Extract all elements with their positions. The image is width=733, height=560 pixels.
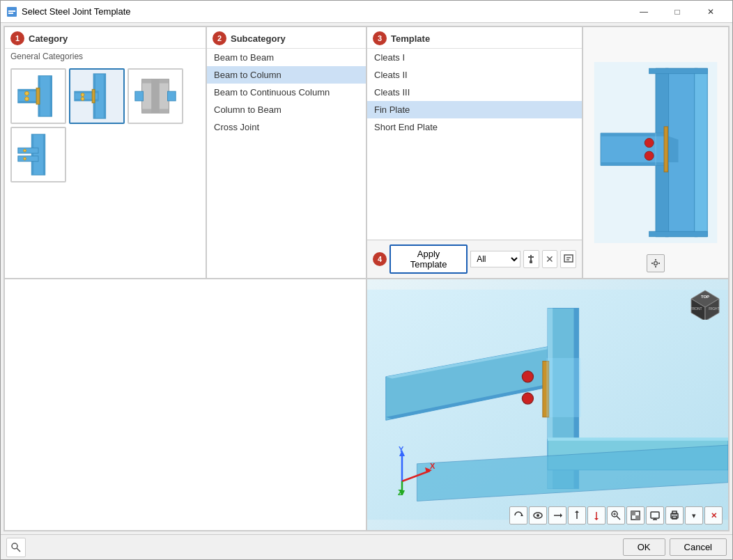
filter-select[interactable]: All Used Unused <box>470 251 520 267</box>
vp-btn-walk-y[interactable] <box>568 506 586 524</box>
svg-rect-14 <box>104 74 106 118</box>
walk-x-icon <box>553 511 562 520</box>
svg-text:TOP: TOP <box>701 295 709 299</box>
step-3-badge: 3 <box>373 31 387 45</box>
svg-rect-36 <box>530 260 532 263</box>
svg-line-82 <box>402 471 430 481</box>
preview-settings-button[interactable] <box>647 254 665 272</box>
axis-svg: Y X Z <box>388 446 437 495</box>
svg-rect-37 <box>564 255 573 262</box>
svg-rect-55 <box>655 259 656 260</box>
export-icon <box>564 254 573 264</box>
svg-rect-11 <box>36 88 40 104</box>
subcategory-panel: 2 Subcategory Beam to Beam Beam to Colum… <box>206 26 366 279</box>
preview-panel <box>582 26 729 279</box>
window-controls: — □ ✕ <box>628 1 727 23</box>
svg-point-32 <box>24 149 26 152</box>
svg-text:FRONT: FRONT <box>690 306 702 311</box>
svg-rect-8 <box>50 76 52 116</box>
svg-rect-29 <box>43 134 45 175</box>
svg-rect-57 <box>651 263 653 264</box>
step-4-badge: 4 <box>373 252 387 266</box>
vp-btn-rotate[interactable] <box>509 506 527 524</box>
vp-btn-print[interactable] <box>665 506 684 524</box>
subcategory-list: Beam to Beam Beam to Column Beam to Cont… <box>207 49 366 136</box>
svg-marker-52 <box>669 137 679 162</box>
vp-btn-walk-z[interactable] <box>587 506 605 524</box>
viewport-3d: TOP FRONT RIGHT Y X <box>367 279 728 530</box>
svg-point-54 <box>654 262 658 265</box>
svg-rect-109 <box>672 516 677 519</box>
template-title: Template <box>391 33 430 44</box>
category-item-4[interactable] <box>10 127 66 182</box>
svg-marker-48 <box>601 162 669 166</box>
print-icon <box>670 511 679 520</box>
svg-marker-43 <box>695 68 708 236</box>
preview-svg <box>589 62 722 243</box>
svg-rect-30 <box>18 148 38 153</box>
template-list: Cleats I Cleats II Cleats III Fin Plate … <box>367 49 582 240</box>
svg-marker-92 <box>560 513 562 518</box>
cancel-button[interactable]: Cancel <box>670 538 727 556</box>
vp-btn-walk-x[interactable] <box>548 506 566 524</box>
pin-icon <box>526 254 536 264</box>
svg-point-10 <box>25 97 29 101</box>
ok-button[interactable]: OK <box>623 538 665 556</box>
svg-rect-24 <box>151 79 160 114</box>
eye-icon <box>533 511 543 520</box>
subcategory-column-to-beam[interactable]: Column to Beam <box>207 101 366 118</box>
clear-icon-button[interactable]: ✕ <box>542 250 558 268</box>
clear-icon: ✕ <box>546 254 554 265</box>
svg-rect-18 <box>92 89 95 102</box>
category-panel: 1 Category General Categories <box>4 26 206 279</box>
vp-btn-render-mode[interactable] <box>626 506 645 524</box>
vp-btn-look[interactable] <box>529 506 547 524</box>
svg-point-19 <box>81 93 84 97</box>
vp-btn-more[interactable]: ▾ <box>685 506 703 524</box>
svg-marker-96 <box>594 518 599 520</box>
vp-btn-zoom[interactable] <box>607 506 625 524</box>
svg-text:Z: Z <box>398 488 403 495</box>
template-cleats-iii[interactable]: Cleats III <box>367 84 582 101</box>
rotate-icon <box>514 511 523 520</box>
footer-right: OK Cancel <box>623 538 727 556</box>
svg-rect-1 <box>8 10 15 12</box>
svg-rect-26 <box>167 91 176 101</box>
svg-point-33 <box>24 157 26 160</box>
footer: OK Cancel <box>1 534 732 559</box>
search-button[interactable] <box>6 538 26 557</box>
nav-cube-svg: TOP FRONT RIGHT <box>688 285 723 320</box>
category-item-1[interactable] <box>10 68 66 124</box>
apply-template-button[interactable]: Apply Template <box>389 244 468 274</box>
svg-rect-49 <box>664 127 668 172</box>
template-fin-plate[interactable]: Fin Plate <box>367 101 582 118</box>
svg-text:Y: Y <box>399 446 404 453</box>
maximize-button[interactable]: □ <box>661 1 693 23</box>
template-toolbar: 4 Apply Template All Used Unused ✕ <box>367 240 582 278</box>
vp-btn-close-view[interactable]: ✕ <box>704 506 723 524</box>
svg-marker-70 <box>548 437 728 440</box>
subcategory-beam-to-column[interactable]: Beam to Column <box>207 66 366 84</box>
nav-cube[interactable]: TOP FRONT RIGHT <box>688 285 723 320</box>
step-2-badge: 2 <box>213 31 226 45</box>
svg-rect-28 <box>31 134 33 175</box>
template-cleats-i[interactable]: Cleats I <box>367 49 582 66</box>
export-icon-button[interactable] <box>560 250 576 268</box>
minimize-button[interactable]: — <box>628 1 660 23</box>
subcategory-title: Subcategory <box>231 33 286 44</box>
subcategory-beam-to-beam[interactable]: Beam to Beam <box>207 49 366 66</box>
category-header: 1 Category <box>5 27 206 49</box>
category-item-2[interactable] <box>69 68 125 124</box>
template-cleats-ii[interactable]: Cleats II <box>367 66 582 84</box>
close-button[interactable]: ✕ <box>695 1 727 23</box>
search-icon <box>11 543 21 552</box>
walk-z-icon <box>592 511 601 520</box>
subcategory-beam-to-continuous[interactable]: Beam to Continuous Column <box>207 84 366 101</box>
subcategory-cross-joint[interactable]: Cross Joint <box>207 118 366 136</box>
category-item-3[interactable] <box>128 68 183 124</box>
pin-icon-button[interactable] <box>523 250 539 268</box>
svg-rect-102 <box>631 511 635 515</box>
vp-btn-display[interactable] <box>646 506 664 524</box>
template-short-end-plate[interactable]: Short End Plate <box>367 118 582 136</box>
app-icon <box>6 6 17 17</box>
